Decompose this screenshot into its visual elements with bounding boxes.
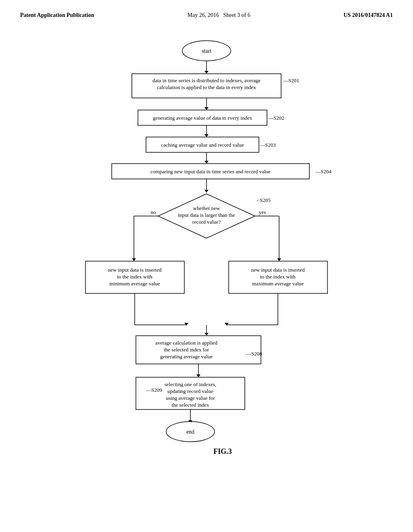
svg-text:record value?: record value? bbox=[192, 219, 221, 225]
svg-marker-51 bbox=[184, 323, 188, 326]
header-right: US 2016/0147824 A1 bbox=[344, 12, 393, 19]
svg-marker-54 bbox=[225, 323, 229, 326]
svg-text:calculation is applied to the : calculation is applied to the data in ev… bbox=[157, 84, 256, 90]
svg-text:to the index with: to the index with bbox=[260, 274, 296, 280]
date-label: May 26, 2016 bbox=[188, 12, 219, 18]
patent-number: US 2016/0147824 A1 bbox=[344, 12, 393, 18]
svg-marker-14 bbox=[204, 134, 209, 137]
svg-marker-63 bbox=[196, 374, 200, 377]
svg-text:comparing new input data in ti: comparing new input data in time series … bbox=[150, 168, 271, 175]
flowchart-container: start data in time series is distributed… bbox=[49, 35, 364, 500]
svg-text:—S204: —S204 bbox=[315, 168, 332, 175]
svg-text:no: no bbox=[151, 209, 156, 215]
svg-text:end: end bbox=[186, 429, 194, 435]
svg-marker-19 bbox=[204, 161, 209, 164]
svg-text:selecting one of indexes,: selecting one of indexes, bbox=[165, 381, 217, 387]
flowchart-svg: start data in time series is distributed… bbox=[49, 35, 364, 498]
svg-text:start: start bbox=[202, 48, 211, 54]
svg-text:—S209: —S209 bbox=[146, 387, 162, 393]
publication-label: Patent Application Publication bbox=[20, 12, 94, 18]
svg-text:⌐S205: ⌐S205 bbox=[257, 197, 271, 203]
svg-text:new input data is inserted: new input data is inserted bbox=[251, 267, 305, 273]
svg-marker-24 bbox=[204, 190, 209, 193]
svg-text:updating record value: updating record value bbox=[167, 388, 213, 394]
svg-text:the selected index for: the selected index for bbox=[164, 347, 209, 353]
svg-text:—S202: —S202 bbox=[268, 115, 284, 121]
header: Patent Application Publication May 26, 2… bbox=[20, 12, 393, 19]
svg-text:average calculation is applied: average calculation is applied bbox=[155, 340, 218, 346]
svg-text:whether new: whether new bbox=[193, 205, 220, 211]
svg-marker-34 bbox=[132, 258, 136, 261]
svg-marker-9 bbox=[204, 107, 209, 110]
svg-text:generating average value of da: generating average value of data in ever… bbox=[153, 115, 252, 121]
svg-text:—S201: —S201 bbox=[283, 77, 299, 83]
svg-text:to the index with: to the index with bbox=[117, 274, 152, 280]
svg-marker-43 bbox=[277, 258, 281, 261]
header-center: May 26, 2016 Sheet 3 of 6 bbox=[188, 12, 250, 19]
svg-text:input data is larger than the: input data is larger than the bbox=[178, 212, 235, 218]
svg-text:the selected index: the selected index bbox=[171, 402, 209, 408]
svg-text:using average value for: using average value for bbox=[166, 395, 215, 401]
sheet-label: Sheet 3 of 6 bbox=[223, 12, 250, 18]
svg-text:generating average value: generating average value bbox=[160, 353, 213, 360]
svg-text:FIG.3: FIG.3 bbox=[213, 447, 232, 455]
svg-text:minimum average value: minimum average value bbox=[109, 281, 160, 287]
svg-text:caching average value and reco: caching average value and record value bbox=[161, 142, 244, 148]
header-left: Patent Application Publication bbox=[20, 12, 94, 19]
svg-text:yes: yes bbox=[259, 209, 266, 215]
svg-text:data in time series is distrib: data in time series is distributed to in… bbox=[152, 77, 261, 83]
svg-text:maximum average value: maximum average value bbox=[252, 281, 304, 287]
svg-text:—S203: —S203 bbox=[259, 142, 276, 148]
svg-text:—S208: —S208 bbox=[246, 351, 262, 357]
svg-marker-56 bbox=[204, 333, 209, 336]
page: Patent Application Publication May 26, 2… bbox=[0, 0, 413, 532]
svg-marker-3 bbox=[204, 71, 209, 74]
svg-text:new input data is inserted: new input data is inserted bbox=[108, 267, 162, 273]
